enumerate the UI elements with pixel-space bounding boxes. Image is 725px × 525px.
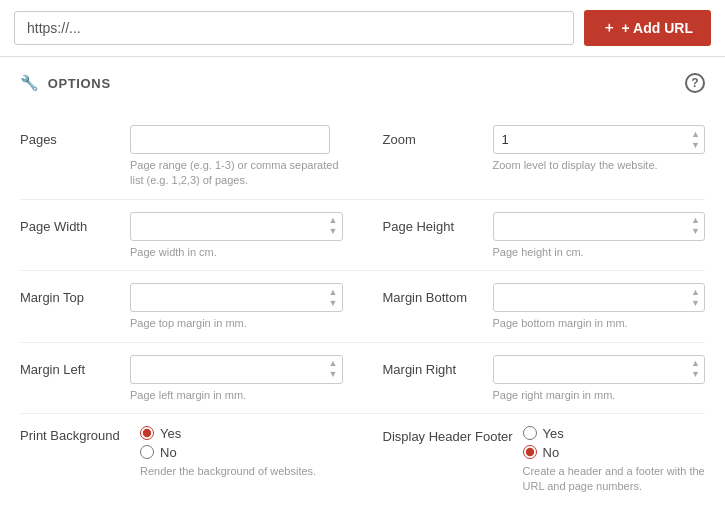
print-background-control: Yes No Render the background of websites… — [140, 426, 343, 479]
margin-top-up-btn[interactable]: ▲ — [326, 287, 341, 298]
page-height-control: ▲ ▼ Page height in cm. — [493, 212, 706, 260]
page-height-input-wrap: ▲ ▼ — [493, 212, 706, 241]
page-width-label: Page Width — [20, 212, 130, 234]
page-width-control: ▲ ▼ Page width in cm. — [130, 212, 343, 260]
display-hf-label: Display Header Footer — [383, 426, 523, 446]
margin-top-input-wrap: ▲ ▼ — [130, 283, 343, 312]
margin-top-input[interactable] — [130, 283, 343, 312]
print-background-cell: Print Background Yes No Render the backg… — [20, 414, 363, 505]
print-bg-no-option[interactable]: No — [140, 445, 343, 460]
pages-input[interactable] — [130, 125, 330, 154]
row-print-header: Print Background Yes No Render the backg… — [20, 414, 705, 505]
margin-right-control: ▲ ▼ Page right margin in mm. — [493, 355, 706, 403]
page-width-spinner: ▲ ▼ — [326, 215, 341, 237]
zoom-input[interactable] — [493, 125, 706, 154]
page-height-up-btn[interactable]: ▲ — [688, 215, 703, 226]
page-height-input[interactable] — [493, 212, 706, 241]
zoom-input-wrap: ▲ ▼ — [493, 125, 706, 154]
margin-right-hint: Page right margin in mm. — [493, 388, 706, 403]
zoom-down-btn[interactable]: ▼ — [688, 140, 703, 151]
display-hf-control: Yes No Create a header and a footer with… — [523, 426, 706, 495]
page-height-down-btn[interactable]: ▼ — [688, 226, 703, 237]
margin-bottom-spinner: ▲ ▼ — [688, 287, 703, 309]
margin-right-input[interactable] — [493, 355, 706, 384]
print-bg-radio-group: Yes No — [140, 426, 343, 460]
page-height-cell: Page Height ▲ ▼ Page height in cm. — [363, 200, 706, 270]
margin-top-cell: Margin Top ▲ ▼ Page top margin in mm. — [20, 271, 363, 341]
zoom-label: Zoom — [383, 125, 493, 147]
plus-icon: ＋ — [602, 19, 616, 37]
margin-right-cell: Margin Right ▲ ▼ Page right margin in mm… — [363, 343, 706, 413]
margin-bottom-hint: Page bottom margin in mm. — [493, 316, 706, 331]
margin-bottom-down-btn[interactable]: ▼ — [688, 298, 703, 309]
options-title-text: OPTIONS — [48, 76, 111, 91]
print-bg-hint: Render the background of websites. — [140, 464, 343, 479]
display-hf-yes-label: Yes — [543, 426, 564, 441]
margin-left-input[interactable] — [130, 355, 343, 384]
add-url-label: + Add URL — [622, 20, 693, 36]
margin-left-cell: Margin Left ▲ ▼ Page left margin in mm. — [20, 343, 363, 413]
margin-bottom-input-wrap: ▲ ▼ — [493, 283, 706, 312]
page-width-cell: Page Width ▲ ▼ Page width in cm. — [20, 200, 363, 270]
margin-right-input-wrap: ▲ ▼ — [493, 355, 706, 384]
print-bg-no-radio[interactable] — [140, 445, 154, 459]
margin-bottom-input[interactable] — [493, 283, 706, 312]
zoom-hint: Zoom level to display the website. — [493, 158, 706, 173]
row-width-height: Page Width ▲ ▼ Page width in cm. Page He… — [20, 200, 705, 271]
margin-bottom-up-btn[interactable]: ▲ — [688, 287, 703, 298]
page-height-spinner: ▲ ▼ — [688, 215, 703, 237]
page-width-input-wrap: ▲ ▼ — [130, 212, 343, 241]
display-hf-no-label: No — [543, 445, 560, 460]
print-bg-yes-option[interactable]: Yes — [140, 426, 343, 441]
pages-input-wrap — [130, 125, 343, 154]
display-header-footer-cell: Display Header Footer Yes No Create a he… — [363, 414, 706, 505]
pages-hint: Page range (e.g. 1-3) or comma separated… — [130, 158, 343, 189]
print-background-label: Print Background — [20, 426, 140, 443]
page-width-up-btn[interactable]: ▲ — [326, 215, 341, 226]
print-bg-yes-label: Yes — [160, 426, 181, 441]
help-icon[interactable]: ? — [685, 73, 705, 93]
display-hf-yes-option[interactable]: Yes — [523, 426, 706, 441]
zoom-cell: Zoom ▲ ▼ Zoom level to display the websi… — [363, 113, 706, 199]
margin-top-down-btn[interactable]: ▼ — [326, 298, 341, 309]
page-width-input[interactable] — [130, 212, 343, 241]
page-height-hint: Page height in cm. — [493, 245, 706, 260]
wrench-icon: 🔧 — [20, 74, 40, 92]
margin-left-down-btn[interactable]: ▼ — [326, 369, 341, 380]
margin-left-label: Margin Left — [20, 355, 130, 377]
print-bg-yes-radio[interactable] — [140, 426, 154, 440]
row-margin-top-bottom: Margin Top ▲ ▼ Page top margin in mm. Ma… — [20, 271, 705, 342]
display-hf-hint: Create a header and a footer with the UR… — [523, 464, 706, 495]
add-url-button[interactable]: ＋ + Add URL — [584, 10, 711, 46]
display-hf-yes-radio[interactable] — [523, 426, 537, 440]
margin-bottom-control: ▲ ▼ Page bottom margin in mm. — [493, 283, 706, 331]
zoom-up-btn[interactable]: ▲ — [688, 129, 703, 140]
options-panel: 🔧 OPTIONS ? Pages Page range (e.g. 1-3) … — [0, 57, 725, 525]
margin-left-control: ▲ ▼ Page left margin in mm. — [130, 355, 343, 403]
print-bg-no-label: No — [160, 445, 177, 460]
display-hf-no-option[interactable]: No — [523, 445, 706, 460]
pages-label: Pages — [20, 125, 130, 147]
url-input[interactable] — [14, 11, 574, 45]
margin-right-spinner: ▲ ▼ — [688, 358, 703, 380]
page-height-label: Page Height — [383, 212, 493, 234]
margin-bottom-label: Margin Bottom — [383, 283, 493, 305]
display-hf-no-radio[interactable] — [523, 445, 537, 459]
margin-right-down-btn[interactable]: ▼ — [688, 369, 703, 380]
display-hf-radio-group: Yes No — [523, 426, 706, 460]
margin-top-hint: Page top margin in mm. — [130, 316, 343, 331]
options-title: 🔧 OPTIONS — [20, 74, 111, 92]
margin-right-up-btn[interactable]: ▲ — [688, 358, 703, 369]
margin-bottom-cell: Margin Bottom ▲ ▼ Page bottom margin in … — [363, 271, 706, 341]
zoom-spinner: ▲ ▼ — [688, 129, 703, 151]
page-width-hint: Page width in cm. — [130, 245, 343, 260]
row-pages-zoom: Pages Page range (e.g. 1-3) or comma sep… — [20, 113, 705, 200]
top-bar: ＋ + Add URL — [0, 0, 725, 57]
row-margin-left-right: Margin Left ▲ ▼ Page left margin in mm. … — [20, 343, 705, 414]
margin-left-input-wrap: ▲ ▼ — [130, 355, 343, 384]
margin-left-up-btn[interactable]: ▲ — [326, 358, 341, 369]
page-width-down-btn[interactable]: ▼ — [326, 226, 341, 237]
margin-left-hint: Page left margin in mm. — [130, 388, 343, 403]
margin-top-label: Margin Top — [20, 283, 130, 305]
margin-top-control: ▲ ▼ Page top margin in mm. — [130, 283, 343, 331]
